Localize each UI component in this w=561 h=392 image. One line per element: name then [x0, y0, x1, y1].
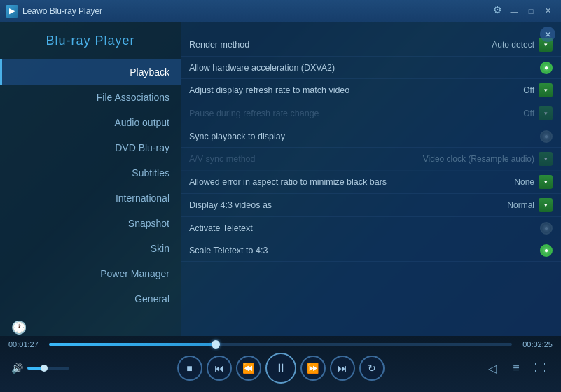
- volume-track[interactable]: [27, 367, 69, 370]
- av-sync-label: A/V sync method: [189, 154, 423, 164]
- minimize-button[interactable]: —: [506, 4, 522, 18]
- settings-row-display-43: Display 4:3 videos as Normal: [181, 194, 561, 217]
- display-43-dropdown[interactable]: [539, 198, 553, 212]
- teletext-label: Activate Teletext: [189, 223, 540, 233]
- hw-accel-toggle[interactable]: ●: [540, 62, 553, 74]
- settings-row-sync-playback: Sync playback to display ●: [181, 125, 561, 148]
- prev-button[interactable]: ⏮: [207, 356, 232, 381]
- repeat-button[interactable]: ↻: [359, 356, 385, 381]
- sync-playback-toggle[interactable]: ●: [540, 130, 553, 143]
- settings-icon: ⚙: [493, 4, 502, 18]
- time-current: 00:01:27: [8, 340, 42, 349]
- progress-track[interactable]: [49, 343, 512, 346]
- display-43-value: Normal: [507, 200, 534, 210]
- av-sync-dropdown[interactable]: [539, 152, 553, 166]
- scale-teletext-toggle[interactable]: ●: [540, 244, 553, 257]
- rewind-button[interactable]: ⏪: [236, 356, 261, 381]
- settings-row-refresh-rate: Adjust display refresh rate to match vid…: [181, 79, 561, 102]
- render-method-value: Auto detect: [492, 40, 534, 50]
- sidebar-item-file-associations[interactable]: File Associations: [0, 85, 181, 110]
- sidebar-item-power-manager[interactable]: Power Manager: [0, 261, 181, 286]
- main-content: Blu-ray Player Playback File Association…: [0, 22, 561, 336]
- settings-row-aspect-ratio: Allowed error in aspect ratio to minimiz…: [181, 171, 561, 194]
- app-icon: ▶: [6, 5, 18, 18]
- window-controls: ⚙ — □ ✕: [493, 4, 555, 18]
- fullscreen-button[interactable]: ⛶: [530, 358, 550, 378]
- playlist-button[interactable]: ≡: [506, 358, 526, 378]
- forward-button[interactable]: ⏩: [300, 356, 326, 381]
- sidebar: Blu-ray Player Playback File Association…: [0, 22, 181, 336]
- sidebar-item-snapshot[interactable]: Snapshot: [0, 211, 181, 236]
- aspect-ratio-label: Allowed error in aspect ratio to minimiz…: [189, 177, 514, 187]
- sidebar-item-international[interactable]: International: [0, 186, 181, 211]
- pause-refresh-label: Pause during refresh rate change: [189, 108, 523, 118]
- aspect-ratio-dropdown[interactable]: [539, 175, 553, 189]
- av-sync-value: Video clock (Resample audio): [423, 154, 534, 164]
- progress-bar-container: 00:01:27 00:02:25: [0, 336, 561, 353]
- progress-fill: [49, 343, 216, 346]
- scale-teletext-label: Scale Teletext to 4:3: [189, 246, 540, 255]
- settings-panel: ✕ Render method Auto detect Allow hardwa…: [181, 22, 561, 336]
- play-pause-button[interactable]: ⏸: [265, 353, 296, 384]
- close-settings-button[interactable]: ✕: [540, 27, 555, 42]
- aspect-ratio-value: None: [514, 177, 534, 187]
- volume-icon: 🔊: [11, 363, 23, 374]
- sidebar-item-general[interactable]: General: [0, 286, 181, 312]
- volume-control: 🔊: [11, 363, 69, 374]
- progress-thumb: [212, 340, 220, 349]
- refresh-rate-label: Adjust display refresh rate to match vid…: [189, 85, 523, 95]
- pause-refresh-value: Off: [523, 108, 534, 118]
- close-button[interactable]: ✕: [540, 4, 555, 18]
- next-button[interactable]: ⏭: [330, 356, 355, 381]
- stop-button[interactable]: ■: [177, 356, 202, 381]
- maximize-button[interactable]: □: [523, 4, 539, 18]
- settings-rows: Render method Auto detect Allow hardware…: [181, 28, 561, 267]
- pause-refresh-dropdown[interactable]: [539, 106, 553, 120]
- app-logo: Blu-ray Player: [0, 28, 181, 59]
- refresh-rate-dropdown[interactable]: [539, 83, 553, 97]
- window-title: Leawo Blu-ray Player: [22, 6, 102, 16]
- sidebar-item-audio-output[interactable]: Audio output: [0, 110, 181, 135]
- title-bar-left: ▶ Leawo Blu-ray Player: [6, 5, 102, 18]
- sync-playback-label: Sync playback to display: [189, 132, 540, 141]
- settings-row-teletext: Activate Teletext ●: [181, 217, 561, 239]
- right-controls: ◁ ≡ ⛶: [483, 358, 550, 378]
- render-method-label: Render method: [189, 40, 492, 50]
- volume-thumb: [41, 365, 48, 372]
- share-button[interactable]: ◁: [483, 358, 502, 378]
- settings-row-render-method: Render method Auto detect: [181, 34, 561, 57]
- logo-text: Blu-ray Player: [46, 34, 134, 48]
- time-total: 00:02:25: [519, 340, 553, 349]
- settings-row-pause-refresh: Pause during refresh rate change Off: [181, 102, 561, 125]
- display-43-label: Display 4:3 videos as: [189, 200, 507, 210]
- sidebar-item-dvd-bluray[interactable]: DVD Blu-ray: [0, 135, 181, 160]
- sidebar-item-playback[interactable]: Playback: [0, 59, 181, 85]
- sidebar-item-subtitles[interactable]: Subtitles: [0, 160, 181, 186]
- hw-accel-label: Allow hardware acceleration (DXVA2): [189, 63, 540, 73]
- settings-row-hw-accel: Allow hardware acceleration (DXVA2) ●: [181, 57, 561, 79]
- settings-row-av-sync: A/V sync method Video clock (Resample au…: [181, 148, 561, 171]
- controls-row: 🔊 ■ ⏮ ⏪ ⏸ ⏩ ⏭ ↻ ◁ ≡ ⛶: [0, 353, 561, 384]
- settings-row-scale-teletext: Scale Teletext to 4:3 ●: [181, 239, 561, 262]
- refresh-rate-value: Off: [523, 85, 534, 95]
- sidebar-item-skin[interactable]: Skin: [0, 236, 181, 261]
- bottom-bar: 00:01:27 00:02:25 🔊 ■ ⏮ ⏪ ⏸ ⏩ ⏭ ↻ ◁ ≡ ⛶: [0, 336, 561, 392]
- title-bar: ▶ Leawo Blu-ray Player ⚙ — □ ✕: [0, 0, 561, 22]
- teletext-toggle[interactable]: ●: [540, 222, 553, 234]
